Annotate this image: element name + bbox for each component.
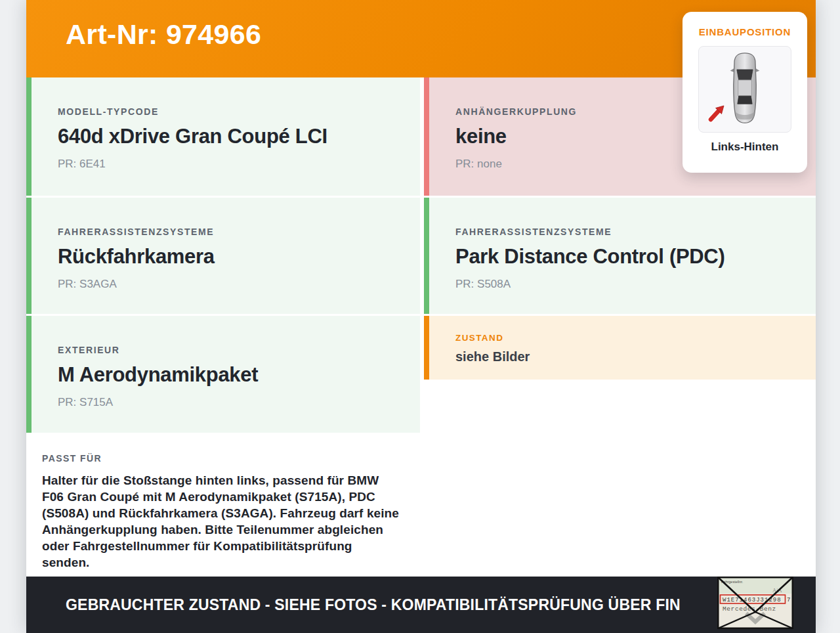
passt-fuer-text: Halter für die Stoßstange hinten links, …: [42, 472, 403, 571]
footer-banner-text: GEBRAUCHTER ZUSTAND - SIEHE FOTOS - KOMP…: [66, 596, 681, 614]
card-rueckfahrkamera: FAHRERASSISTENZSYSTEME Rückfahrkamera PR…: [26, 198, 420, 314]
position-arrow-icon: [707, 103, 726, 125]
einbauposition-image-box: [698, 46, 791, 133]
card-exterieur: EXTERIEUR M Aerodynamikpaket PR: S715A: [26, 316, 420, 433]
card-pr-code: PR: S508A: [455, 278, 797, 291]
card-pr-code: PR: 6E41: [58, 158, 402, 171]
zustand-value: siehe Bilder: [455, 349, 797, 364]
card-pr-code: PR: S715A: [58, 396, 402, 409]
card-title: 640d xDrive Gran Coupé LCI: [58, 125, 402, 148]
zustand-label: ZUSTAND: [455, 333, 797, 343]
card-title: M Aerodynamikpaket: [58, 363, 402, 387]
car-top-view-icon: [726, 51, 764, 127]
card-label: EXTERIEUR: [58, 345, 402, 355]
card-title: Park Distance Control (PDC): [455, 245, 797, 269]
einbauposition-label: EINBAUPOSITION: [682, 26, 807, 37]
article-number-title: Art-Nr: 974966: [66, 18, 261, 51]
passt-fuer-label: PASST FÜR: [42, 453, 403, 464]
card-zustand: ZUSTAND siehe Bilder: [424, 316, 816, 380]
card-modell-typcode: MODELL-TYPCODE 640d xDrive Gran Coupé LC…: [26, 77, 420, 196]
listing-container: Art-Nr: 974966 EINBAUPOSITION: [26, 0, 816, 633]
footer-banner: GEBRAUCHTER ZUSTAND - SIEHE FOTOS - KOMP…: [26, 577, 816, 633]
card-label: MODELL-TYPCODE: [58, 106, 402, 117]
card-label: FAHRERASSISTENZSYSTEME: [58, 227, 402, 237]
svg-text:7: 7: [787, 597, 790, 603]
card-pr-code: PR: S3AGA: [58, 278, 402, 291]
svg-text:W1E71463J31298: W1E71463J31298: [723, 597, 782, 603]
card-passt-fuer: PASST FÜR Halter für die Stoßstange hint…: [26, 435, 420, 575]
einbauposition-card: EINBAUPOSITION: [682, 12, 807, 173]
envelope-vehicle-document-icon: Fahrgestellnr. AiA W1E71463J31298 7 Merc…: [717, 577, 793, 629]
einbauposition-value: Links-Hinten: [682, 141, 807, 154]
card-title: Rückfahrkamera: [58, 245, 402, 269]
card-park-distance-control: FAHRERASSISTENZSYSTEME Park Distance Con…: [424, 198, 816, 314]
card-label: FAHRERASSISTENZSYSTEME: [455, 227, 797, 237]
